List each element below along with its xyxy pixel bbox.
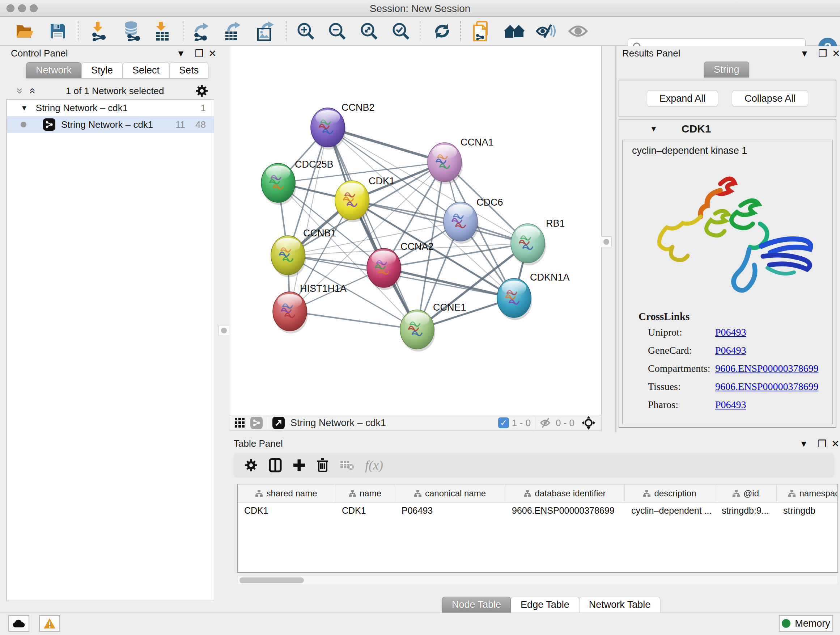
zoom-fit-button[interactable] [358, 20, 380, 42]
table-panel-menu-icon[interactable]: ▼ [799, 439, 808, 449]
card-expander-icon[interactable]: ▼ [650, 124, 658, 134]
grid-view-icon[interactable] [234, 417, 245, 428]
zoom-out-button[interactable] [326, 20, 348, 42]
column-header--id[interactable]: @id [715, 485, 777, 502]
crosslink-link[interactable]: 9606.ENSP00000378699 [715, 363, 818, 374]
column-header-shared-name[interactable]: shared name [238, 485, 335, 502]
control-panel-menu-icon[interactable]: ▼ [177, 49, 185, 59]
copy-network-style-button[interactable] [470, 20, 492, 42]
expand-all-networks-icon[interactable]: » [14, 88, 27, 94]
table-cell[interactable]: CDK1 [335, 502, 395, 518]
delete-column-icon[interactable] [317, 458, 329, 473]
add-column-icon[interactable] [293, 458, 306, 472]
network-edge[interactable] [384, 268, 514, 298]
crosslink-link[interactable]: 9606.ENSP00000378699 [715, 381, 818, 393]
close-panel-icon[interactable]: ✕ [208, 48, 217, 59]
import-network-from-database-button[interactable] [121, 20, 142, 42]
column-header-description[interactable]: description [625, 485, 715, 502]
birdseye-view-icon[interactable] [582, 416, 595, 430]
export-table-button[interactable] [222, 20, 244, 42]
export-image-button[interactable] [255, 20, 276, 42]
network-row[interactable]: String Network – cdk1 11 48 [7, 116, 214, 133]
right-splitter-handle[interactable] [601, 236, 612, 247]
network-graph[interactable]: CCNB2CCNA1CDC25BCDK1CDC6RB1CCNB1CCNA2CDK… [229, 46, 601, 414]
table-cell[interactable]: P06493 [395, 502, 505, 518]
network-node-cdc6[interactable]: CDC6 [444, 197, 503, 244]
hide-results-panel-button[interactable] [535, 20, 556, 42]
collapse-all-button[interactable]: Collapse All [732, 90, 808, 107]
delete-table-icon[interactable] [340, 459, 354, 471]
close-panel-icon[interactable]: ✕ [832, 48, 840, 59]
show-hide-eye-button[interactable] [567, 20, 589, 42]
table-cell[interactable]: CDK1 [238, 502, 335, 518]
float-panel-icon[interactable]: ❒ [818, 48, 827, 59]
memory-button[interactable]: Memory [779, 615, 833, 632]
table-row[interactable]: CDK1CDK1P064939606.ENSP00000378699cyclin… [238, 502, 837, 518]
network-canvas[interactable]: CCNB2CCNA1CDC25BCDK1CDC6RB1CCNB1CCNA2CDK… [229, 46, 602, 415]
scrollbar-thumb[interactable] [240, 578, 304, 583]
left-splitter-handle[interactable] [218, 325, 229, 336]
zoom-selected-button[interactable] [390, 20, 412, 42]
crosslink-link[interactable]: P06493 [715, 345, 746, 356]
network-node-cdk1[interactable]: CDK1 [335, 176, 395, 222]
import-table-file-button[interactable] [151, 20, 173, 42]
close-panel-icon[interactable]: ✕ [831, 438, 840, 450]
table-cell[interactable]: 9606.ENSP00000378699 [505, 502, 625, 518]
save-session-button[interactable] [47, 20, 69, 42]
network-share-view-icon[interactable] [250, 417, 263, 429]
tab-select[interactable]: Select [123, 62, 169, 78]
table-cell[interactable]: stringdb:9... [715, 502, 777, 518]
column-header-canonical-name[interactable]: canonical name [395, 485, 505, 502]
network-options-gear-icon[interactable] [195, 84, 208, 97]
table-cell[interactable]: cyclin–dependent ... [625, 502, 715, 518]
tab-string[interactable]: String [704, 62, 749, 78]
network-edge[interactable] [328, 127, 417, 329]
results-panel-menu-icon[interactable]: ▼ [800, 49, 809, 59]
protein-description: cyclin–dependent kinase 1 [622, 140, 832, 157]
results-panel: Results Panel ▼ ❒ ✕ String Expand All Co… [617, 46, 840, 432]
network-node-ccnb1[interactable]: CCNB1 [271, 228, 336, 277]
table-cell[interactable]: stringdb [777, 502, 838, 518]
import-network-file-button[interactable] [88, 20, 110, 42]
hidden-items-icon[interactable] [540, 417, 553, 428]
column-header-database-identifier[interactable]: database identifier [505, 485, 625, 502]
detach-view-icon[interactable] [272, 417, 285, 429]
table-type-tabs: Node Table Edge Table Network Table [442, 597, 660, 613]
apply-layout-button[interactable] [431, 20, 453, 42]
tab-sets[interactable]: Sets [169, 62, 208, 78]
protein-card-header[interactable]: ▼ CDK1 [619, 119, 836, 138]
collection-expander-icon[interactable]: ▼ [21, 104, 28, 112]
network-node-ccnb2[interactable]: CCNB2 [311, 102, 375, 149]
selected-nodes-checkbox[interactable]: ✓ [498, 417, 509, 428]
export-network-button[interactable] [192, 20, 213, 42]
warnings-button[interactable] [39, 615, 60, 632]
open-session-button[interactable] [14, 20, 35, 42]
crosslink-link[interactable]: P06493 [715, 399, 746, 410]
network-node-ccne1[interactable]: CCNE1 [400, 302, 466, 352]
table-options-gear-icon[interactable] [244, 458, 258, 472]
tab-style[interactable]: Style [81, 62, 123, 78]
home-button[interactable] [504, 20, 525, 42]
tab-network[interactable]: Network [26, 62, 81, 78]
crosslink-link[interactable]: P06493 [715, 326, 746, 338]
collapse-all-networks-icon[interactable]: » [25, 88, 38, 94]
network-node-hist1h1a[interactable]: HIST1H1A [273, 283, 347, 333]
table-horizontal-scrollbar[interactable] [238, 576, 837, 584]
cloud-status-button[interactable] [8, 615, 29, 632]
collection-label: String Network – cdk1 [36, 103, 201, 114]
network-node-cdkn1a[interactable]: CDKN1A [497, 272, 570, 320]
function-builder-icon[interactable]: f(x) [365, 458, 383, 473]
show-columns-icon[interactable] [269, 458, 282, 472]
tab-node-table[interactable]: Node Table [442, 597, 511, 613]
network-collection-row[interactable]: ▼ String Network – cdk1 1 [7, 100, 214, 116]
tab-edge-table[interactable]: Edge Table [511, 597, 579, 613]
network-edge[interactable] [290, 311, 417, 329]
float-panel-icon[interactable]: ❒ [195, 48, 203, 59]
tab-network-table[interactable]: Network Table [579, 597, 660, 613]
expand-all-button[interactable]: Expand All [647, 90, 718, 107]
column-header-name[interactable]: name [335, 485, 395, 502]
network-node-rb1[interactable]: RB1 [511, 218, 565, 265]
float-panel-icon[interactable]: ❒ [818, 438, 826, 450]
zoom-in-button[interactable] [295, 20, 317, 42]
column-header-namespace[interactable]: namespace [777, 485, 838, 502]
